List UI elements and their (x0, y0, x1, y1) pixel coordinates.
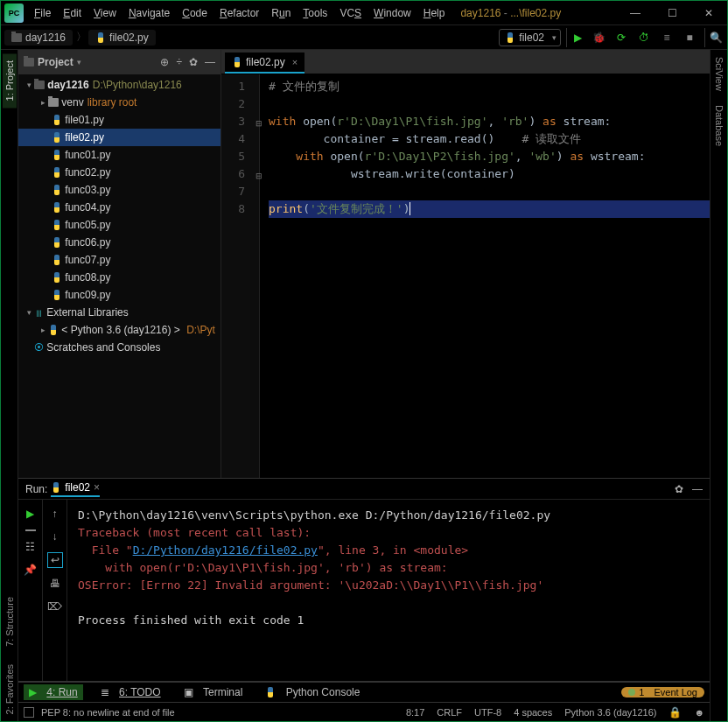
coverage-button[interactable]: ⟳ (612, 28, 631, 47)
run-tool-window: Run: file02 × ✿ — ▶ ☷ (18, 479, 710, 681)
expand-all-icon[interactable]: ÷ (176, 56, 182, 68)
project-header: Project ▾ ⊕ ÷ ✿ — (18, 50, 220, 74)
print-button[interactable]: 🖶 (47, 577, 63, 591)
tree-sdk[interactable]: ▸ < Python 3.6 (day1216) > D:\Pyt (18, 321, 220, 339)
pin-button[interactable]: 📌 (23, 563, 38, 577)
rerun-button[interactable]: ▶ (23, 507, 38, 521)
console-output[interactable]: D:\Python\day1216\venv\Scripts\python.ex… (67, 500, 710, 681)
menu-file[interactable]: File (29, 5, 56, 21)
hide-icon[interactable]: — (205, 56, 215, 68)
chevron-down-icon[interactable]: ▾ (77, 58, 81, 67)
close-button[interactable]: ✕ (690, 1, 727, 25)
project-tool-window: Project ▾ ⊕ ÷ ✿ — ▾ day1216D:\Python\day… (18, 50, 221, 478)
tree-file-file01.py[interactable]: file01.py (18, 111, 220, 129)
tool-tab-run[interactable]: ▶ 4: Run (24, 684, 83, 700)
menu-edit[interactable]: Edit (58, 5, 87, 21)
tree-scratches[interactable]: ⦿ Scratches and Consoles (18, 339, 220, 356)
menu-tools[interactable]: Tools (298, 5, 332, 21)
tool-tab-python-console[interactable]: Python Console (260, 684, 365, 700)
main-menu: File Edit View Navigate Code Refactor Ru… (29, 5, 450, 21)
minimize-button[interactable]: — (617, 1, 654, 25)
menu-run[interactable]: Run (266, 5, 296, 21)
project-tree[interactable]: ▾ day1216D:\Python\day1216▸ venvlibrary … (18, 74, 220, 478)
tree-file-func02.py[interactable]: func02.py (18, 164, 220, 181)
tree-file-func09.py[interactable]: func09.py (18, 286, 220, 304)
fold-markers[interactable]: ⊟⊟ (255, 115, 263, 185)
tool-tab-database[interactable]: Database (712, 98, 726, 153)
profile-button[interactable]: ⏱ (634, 28, 654, 47)
run-hide-icon[interactable]: — (692, 483, 703, 495)
menu-refactor[interactable]: Refactor (214, 5, 264, 21)
encoding[interactable]: UTF-8 (474, 707, 501, 718)
editor-pane: file02.py × 12345678 ⊟⊟ # 文件的复制 with ope… (221, 50, 710, 478)
interpreter[interactable]: Python 3.6 (day1216) (564, 707, 656, 718)
debug-button[interactable]: 🐞 (589, 28, 608, 47)
tree-file-func05.py[interactable]: func05.py (18, 216, 220, 234)
stop-button[interactable]: ■ (680, 28, 699, 47)
indent[interactable]: 4 spaces (514, 707, 552, 718)
code-area[interactable]: 12345678 ⊟⊟ # 文件的复制 with open(r'D:\Day1\… (221, 74, 710, 478)
folder-icon (11, 33, 22, 42)
tree-file-func04.py[interactable]: func04.py (18, 199, 220, 216)
menu-code[interactable]: Code (177, 5, 213, 21)
editor-tab-file02[interactable]: file02.py × (225, 53, 304, 74)
code-text[interactable]: # 文件的复制 with open(r'D:\Day1\P1\fish.jpg'… (260, 74, 710, 478)
readonly-lock-icon[interactable]: 🔒 (668, 706, 682, 718)
tree-file-func07.py[interactable]: func07.py (18, 251, 220, 269)
tool-windows-toggle-icon[interactable] (24, 707, 34, 718)
tool-tab-favorites[interactable]: 2: Favorites (3, 657, 17, 721)
line-ending[interactable]: CRLF (437, 707, 462, 718)
editor-tabs: file02.py × (221, 50, 710, 74)
tree-venv[interactable]: ▸ venvlibrary root (18, 94, 220, 111)
app-logo-icon: PC (4, 4, 24, 23)
tree-file-file02.py[interactable]: file02.py (18, 129, 220, 146)
bottom-tool-bar: ▶ 4: Run ≣ 6: TODO ▣ Terminal Python Con… (18, 681, 710, 702)
tool-tab-todo[interactable]: ≣ 6: TODO (95, 684, 166, 700)
tool-tab-project[interactable]: 1: Project (3, 53, 17, 108)
run-header: Run: file02 × ✿ — (18, 479, 710, 500)
clear-all-button[interactable]: ⌦ (47, 599, 63, 613)
tree-file-func08.py[interactable]: func08.py (18, 269, 220, 286)
python-icon (265, 687, 276, 697)
layout-button[interactable]: ☷ (23, 540, 38, 554)
run-settings-icon[interactable]: ✿ (675, 483, 683, 495)
menu-view[interactable]: View (88, 5, 122, 21)
soft-wrap-button[interactable]: ↩ (47, 552, 63, 568)
menu-window[interactable]: Window (368, 5, 416, 21)
run-side-buttons-1: ▶ ☷ 📌 (18, 500, 43, 681)
breadcrumb-file[interactable]: file02.py (88, 30, 156, 46)
select-opened-file-icon[interactable]: ⊕ (160, 56, 169, 68)
stop-run-button[interactable] (25, 529, 36, 531)
event-log-button[interactable]: 1 Event Log (621, 687, 704, 697)
close-tab-icon[interactable]: × (292, 57, 298, 67)
maximize-button[interactable]: ☐ (654, 1, 690, 25)
right-tool-strip: SciView Database (710, 50, 727, 721)
tree-file-func06.py[interactable]: func06.py (18, 234, 220, 251)
down-stack-button[interactable]: ↓ (47, 529, 63, 543)
tree-file-func01.py[interactable]: func01.py (18, 146, 220, 164)
up-stack-button[interactable]: ↑ (47, 507, 63, 521)
attach-button[interactable]: ≡ (657, 28, 676, 47)
traceback-link[interactable]: D:/Python/day1216/file02.py (133, 543, 318, 557)
hector-icon[interactable]: ☻ (694, 707, 704, 718)
menu-vcs[interactable]: VCS (334, 5, 367, 21)
run-config-combo[interactable]: file02 (499, 29, 561, 46)
main-area: 1: Project 7: Structure 2: Favorites Pro… (1, 50, 727, 721)
search-everywhere-button[interactable]: 🔍 (704, 28, 724, 47)
tree-file-func03.py[interactable]: func03.py (18, 181, 220, 199)
breadcrumb-project[interactable]: day1216 (4, 30, 73, 46)
caret-position[interactable]: 8:17 (406, 707, 424, 718)
run-side-buttons-2: ↑ ↓ ↩ 🖶 ⌦ (43, 500, 67, 681)
tree-external-libs[interactable]: ▾⫼ External Libraries (18, 304, 220, 321)
tool-tab-sciview[interactable]: SciView (712, 50, 726, 98)
run-button[interactable]: ▶ (566, 28, 585, 47)
tree-root[interactable]: ▾ day1216D:\Python\day1216 (18, 76, 220, 94)
run-config-tab[interactable]: file02 × (51, 481, 100, 497)
tool-tab-structure[interactable]: 7: Structure (3, 590, 17, 654)
tool-tab-terminal[interactable]: ▣ Terminal (178, 684, 248, 700)
python-icon (95, 32, 106, 43)
menu-navigate[interactable]: Navigate (123, 5, 175, 21)
project-header-label: Project (38, 56, 74, 68)
menu-help[interactable]: Help (418, 5, 451, 21)
settings-icon[interactable]: ✿ (189, 56, 198, 68)
